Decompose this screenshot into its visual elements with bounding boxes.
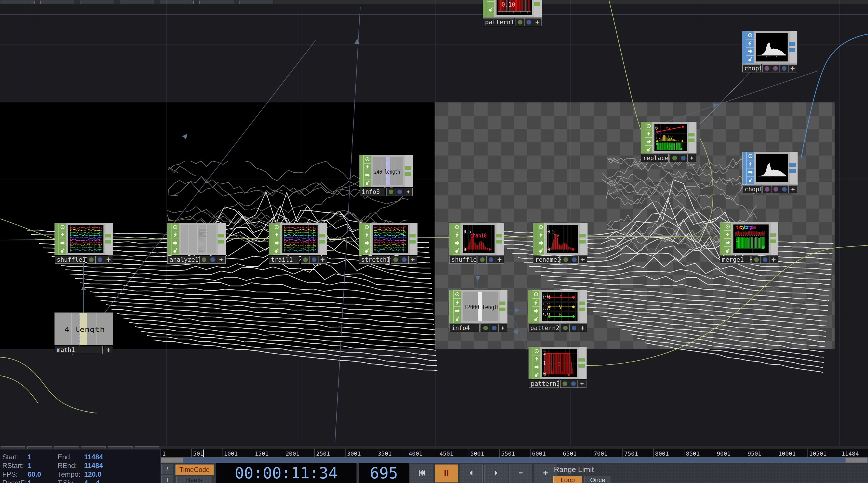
once-button[interactable]: Once	[584, 476, 611, 483]
range-handle-left[interactable]: ...	[161, 458, 183, 462]
node-input-rail[interactable]	[359, 223, 371, 255]
info-field-value[interactable]: 60.0	[28, 470, 41, 478]
green-flag[interactable]	[561, 256, 570, 264]
node-info3[interactable]: 240 lengthinfo3	[360, 155, 413, 196]
frame-ruler[interactable]: 1501100115012001250130013501400145015001…	[160, 449, 868, 457]
arrow-icon[interactable]	[453, 239, 461, 247]
target-icon[interactable]	[532, 347, 540, 355]
node-output-rail[interactable]	[771, 223, 778, 255]
bomb-icon[interactable]	[532, 315, 540, 323]
lightning-icon[interactable]	[746, 160, 754, 168]
bomb-icon[interactable]	[171, 247, 179, 255]
node-label[interactable]: info4	[450, 324, 479, 332]
output-connector[interactable]	[789, 48, 795, 52]
info-field-value[interactable]: 1	[28, 453, 31, 461]
pause-button[interactable]	[435, 464, 458, 482]
arrow-icon[interactable]	[273, 239, 280, 247]
node-label[interactable]: chopto3	[743, 185, 761, 193]
blue-flag[interactable]	[569, 324, 578, 332]
node-output-rail[interactable]	[789, 31, 797, 63]
blue-flag[interactable]	[395, 188, 404, 196]
target-icon[interactable]	[59, 223, 66, 231]
bomb-icon[interactable]	[532, 371, 540, 379]
output-connector[interactable]	[218, 240, 224, 244]
lightning-icon[interactable]	[645, 130, 652, 138]
node-input-rail[interactable]	[529, 347, 540, 379]
lightning-icon[interactable]	[724, 230, 732, 238]
node-label[interactable]: analyze1	[167, 256, 198, 264]
node-input-rail[interactable]	[720, 223, 732, 255]
node-label[interactable]: pattern2	[528, 324, 559, 332]
node-label[interactable]: stretch1	[359, 256, 390, 264]
slash-mode-button[interactable]: /	[161, 464, 173, 474]
display-flag[interactable]	[318, 256, 327, 264]
node-label[interactable]: merge1	[720, 256, 750, 264]
node-input-rail[interactable]	[269, 223, 280, 255]
arrow-icon[interactable]	[537, 239, 545, 247]
target-icon[interactable]	[453, 290, 461, 299]
beats-mode-button[interactable]: Beats	[176, 476, 212, 483]
green-flag[interactable]	[752, 256, 761, 264]
output-connector[interactable]	[688, 133, 694, 137]
bomb-icon[interactable]	[363, 179, 371, 187]
node-input-rail[interactable]	[743, 152, 754, 184]
green-flag[interactable]	[478, 256, 487, 264]
output-connector[interactable]	[496, 234, 502, 237]
output-connector[interactable]	[496, 240, 502, 244]
arrow-icon[interactable]	[363, 171, 371, 179]
output-connector[interactable]	[688, 139, 694, 142]
node-label[interactable]: shuffle2	[449, 256, 476, 264]
node-shuffle1[interactable]: shuffle1	[55, 223, 113, 264]
lightning-icon[interactable]	[363, 231, 371, 239]
node-trail1[interactable]: trail1	[269, 223, 327, 264]
output-connector[interactable]	[409, 234, 415, 237]
output-connector[interactable]	[579, 302, 585, 305]
green-flag[interactable]	[481, 324, 490, 332]
bomb-icon[interactable]	[363, 247, 371, 255]
node-math1[interactable]: 4 lengthmath1	[55, 313, 113, 354]
bomb-icon[interactable]	[746, 176, 754, 184]
bomb-icon[interactable]	[59, 247, 66, 255]
target-icon[interactable]	[453, 223, 461, 231]
node-output-rail[interactable]	[410, 223, 417, 255]
target-icon[interactable]	[171, 223, 179, 231]
node-info4[interactable]: 12000 lengthinfo4	[450, 290, 507, 332]
node-chopto3[interactable]: chopto3	[743, 152, 797, 193]
target-icon[interactable]	[537, 223, 545, 231]
output-connector[interactable]	[579, 234, 586, 237]
arrow-icon[interactable]	[532, 363, 540, 371]
output-connector[interactable]	[319, 240, 326, 244]
green-flag[interactable]	[670, 154, 679, 162]
blue-flag[interactable]	[490, 324, 499, 332]
display-flag[interactable]	[578, 256, 587, 264]
output-connector[interactable]	[770, 239, 776, 243]
node-input-rail[interactable]	[528, 290, 540, 323]
playhead[interactable]	[203, 450, 204, 457]
blue-flag[interactable]	[570, 256, 579, 264]
display-flag[interactable]	[104, 256, 113, 264]
output-connector[interactable]	[218, 234, 224, 237]
node-output-rail[interactable]	[689, 122, 696, 153]
output-connector[interactable]	[578, 364, 585, 368]
lightning-icon[interactable]	[532, 355, 540, 363]
output-connector[interactable]	[579, 240, 586, 244]
timecode-display[interactable]: 00:00:11:34	[216, 463, 356, 483]
output-connector[interactable]	[405, 172, 411, 176]
lightning-icon[interactable]	[59, 231, 66, 239]
blue-flag[interactable]	[400, 256, 409, 264]
green-flag[interactable]	[516, 18, 525, 26]
display-flag[interactable]	[578, 380, 586, 388]
lightning-icon[interactable]	[453, 231, 461, 239]
node-label[interactable]: shuffle1	[55, 256, 85, 264]
node-output-rail[interactable]	[790, 152, 797, 184]
display-flag[interactable]	[104, 346, 113, 354]
node-output-rail[interactable]	[580, 223, 587, 255]
lightning-icon[interactable]	[363, 163, 371, 171]
output-connector[interactable]	[409, 240, 415, 244]
display-flag[interactable]	[769, 256, 778, 264]
node-input-rail[interactable]	[533, 223, 545, 255]
bomb-icon[interactable]	[645, 145, 652, 153]
node-label[interactable]: pattern1	[483, 18, 514, 26]
decrement-frame-button[interactable]	[509, 464, 532, 482]
node-label[interactable]: info3	[360, 188, 385, 196]
